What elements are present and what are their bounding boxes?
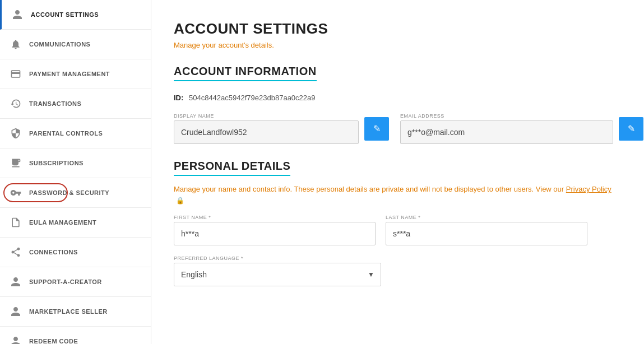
- sidebar-item-subscriptions[interactable]: SUBSCRIPTIONS: [0, 148, 151, 178]
- sidebar-item-redeem-code[interactable]: REDEEM CODE: [0, 327, 151, 344]
- parental-icon: [9, 127, 22, 140]
- display-name-label: DISPLAY NAME: [174, 113, 359, 119]
- redeem-icon: [9, 334, 22, 344]
- email-edit-button[interactable]: ✎: [619, 117, 643, 141]
- lang-select[interactable]: English French German Spanish Italian Ja…: [174, 263, 381, 286]
- account-info-section: ACCOUNT INFORMATION ID: 504c8442ac5942f7…: [174, 65, 622, 144]
- language-row: PREFERRED LANGUAGE * English French Germ…: [174, 255, 622, 286]
- first-name-field: FIRST NAME *: [174, 215, 376, 245]
- sidebar-item-eula-label: EULA MANAGEMENT: [29, 219, 96, 226]
- page-title: ACCOUNT SETTINGS: [174, 20, 622, 38]
- lang-label: PREFERRED LANGUAGE *: [174, 255, 622, 261]
- lang-select-wrapper: English French German Spanish Italian Ja…: [174, 263, 381, 286]
- sidebar-item-password-label: PASSWORD & SECURITY: [29, 189, 109, 196]
- connections-icon: [9, 245, 22, 259]
- display-name-group: DISPLAY NAME: [174, 113, 359, 144]
- id-value: 504c8442ac5942f79e23db87aa0c22a9: [189, 94, 316, 102]
- sidebar-item-marketplace-seller[interactable]: MARKETPLACE SELLER: [0, 297, 151, 327]
- sidebar-item-redeem-label: REDEEM CODE: [29, 338, 78, 344]
- email-input[interactable]: [400, 120, 613, 144]
- payment-icon: [9, 67, 22, 81]
- main-content: ACCOUNT SETTINGS Manage your account's d…: [151, 0, 644, 344]
- first-name-label: FIRST NAME *: [174, 215, 376, 220]
- account-info-title: ACCOUNT INFORMATION: [174, 65, 317, 81]
- display-name-row: DISPLAY NAME ✎ EMAIL ADDRESS ✎: [174, 113, 622, 144]
- lock-icon: 🔒: [176, 196, 184, 206]
- sidebar-item-payment-label: PAYMENT MANAGEMENT: [29, 71, 110, 77]
- sidebar-item-payment-management[interactable]: PAYMENT MANAGEMENT: [0, 59, 151, 89]
- sidebar-item-creator-label: SUPPORT-A-CREATOR: [29, 278, 102, 285]
- seller-icon: [9, 305, 22, 318]
- sidebar-item-transactions-label: TRANSACTIONS: [29, 100, 81, 107]
- sidebar-item-account-settings-label: ACCOUNT SETTINGS: [31, 11, 99, 18]
- sidebar-item-password-security[interactable]: PASSWORD & SECURITY: [0, 178, 151, 208]
- email-group: EMAIL ADDRESS: [400, 113, 613, 144]
- sidebar-item-seller-label: MARKETPLACE SELLER: [29, 308, 108, 315]
- subscriptions-icon: [9, 156, 22, 170]
- sidebar: ACCOUNT SETTINGS COMMUNICATIONS PAYMENT …: [0, 0, 151, 344]
- edit-icon-2: ✎: [628, 123, 635, 134]
- privacy-policy-link[interactable]: Privacy Policy: [566, 185, 611, 193]
- first-name-input[interactable]: [174, 222, 376, 245]
- history-icon: [9, 97, 22, 110]
- bell-icon: [9, 38, 22, 51]
- sidebar-item-support-a-creator[interactable]: SUPPORT-A-CREATOR: [0, 267, 151, 297]
- key-icon: [9, 186, 22, 199]
- sidebar-item-communications-label: COMMUNICATIONS: [29, 41, 90, 48]
- eula-icon: [9, 216, 22, 229]
- personal-desc: Manage your name and contact info. These…: [174, 184, 622, 206]
- name-row: FIRST NAME * LAST NAME *: [174, 215, 622, 245]
- sidebar-item-subscriptions-label: SUBSCRIPTIONS: [29, 160, 84, 166]
- personal-details-title: PERSONAL DETAILS: [174, 160, 290, 176]
- page-subtitle: Manage your account's details.: [174, 41, 622, 49]
- display-name-edit-button[interactable]: ✎: [364, 117, 389, 141]
- id-label: ID:: [174, 94, 183, 102]
- sidebar-item-connections[interactable]: CONNECTIONS: [0, 238, 151, 267]
- sidebar-item-communications[interactable]: COMMUNICATIONS: [0, 30, 151, 59]
- personal-details-section: PERSONAL DETAILS Manage your name and co…: [174, 160, 622, 286]
- account-id-row: ID: 504c8442ac5942f79e23db87aa0c22a9: [174, 94, 622, 102]
- edit-icon: ✎: [373, 123, 381, 134]
- last-name-field: LAST NAME *: [386, 215, 587, 245]
- email-label: EMAIL ADDRESS: [400, 113, 613, 119]
- sidebar-item-transactions[interactable]: TRANSACTIONS: [0, 89, 151, 119]
- last-name-label: LAST NAME *: [386, 215, 587, 220]
- sidebar-item-account-settings[interactable]: ACCOUNT SETTINGS: [0, 0, 151, 30]
- sidebar-item-eula[interactable]: EULA MANAGEMENT: [0, 208, 151, 238]
- sidebar-item-parental-controls[interactable]: PARENTAL CONTROLS: [0, 119, 151, 148]
- sidebar-item-connections-label: CONNECTIONS: [29, 249, 78, 255]
- personal-desc-text: Manage your name and contact info. These…: [174, 185, 564, 193]
- person-icon: [11, 8, 24, 21]
- display-name-input[interactable]: [174, 120, 359, 144]
- last-name-input[interactable]: [386, 222, 587, 245]
- sidebar-item-parental-label: PARENTAL CONTROLS: [29, 130, 103, 137]
- creator-icon: [9, 275, 22, 289]
